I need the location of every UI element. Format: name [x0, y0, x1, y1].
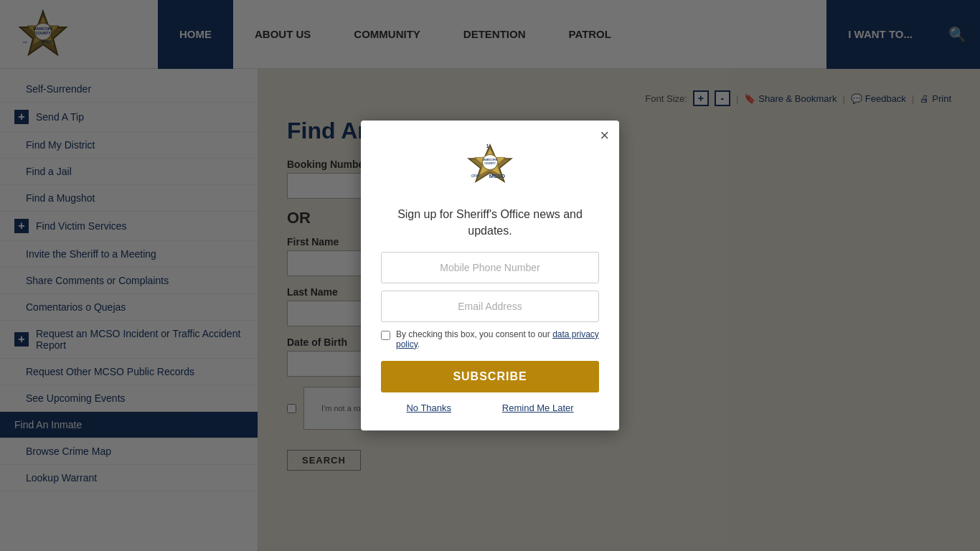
- modal-overlay: × MARICOPA COUNTY one MCSO 1 Sign up for…: [0, 0, 980, 551]
- consent-text: By checking this box, you consent to our…: [396, 329, 599, 349]
- remind-later-link[interactable]: Remind Me Later: [502, 402, 574, 413]
- no-thanks-link[interactable]: No Thanks: [406, 402, 451, 413]
- consent-checkbox[interactable]: [381, 331, 390, 340]
- modal-title: Sign up for Sheriff's Office news and up…: [381, 207, 599, 239]
- modal-close-button[interactable]: ×: [600, 128, 609, 143]
- svg-text:MCSO: MCSO: [489, 173, 505, 179]
- email-input[interactable]: [381, 291, 599, 322]
- svg-text:MARICOPA: MARICOPA: [483, 159, 497, 161]
- svg-text:1: 1: [486, 143, 489, 149]
- phone-input[interactable]: [381, 252, 599, 283]
- subscription-modal: × MARICOPA COUNTY one MCSO 1 Sign up for…: [361, 121, 619, 430]
- subscribe-button[interactable]: SUBSCRIBE: [381, 361, 599, 392]
- modal-logo: MARICOPA COUNTY one MCSO 1: [381, 142, 599, 195]
- consent-row: By checking this box, you consent to our…: [381, 329, 599, 349]
- svg-text:COUNTY: COUNTY: [484, 162, 496, 165]
- modal-footer-links: No Thanks Remind Me Later: [381, 402, 599, 413]
- svg-text:one: one: [471, 174, 479, 179]
